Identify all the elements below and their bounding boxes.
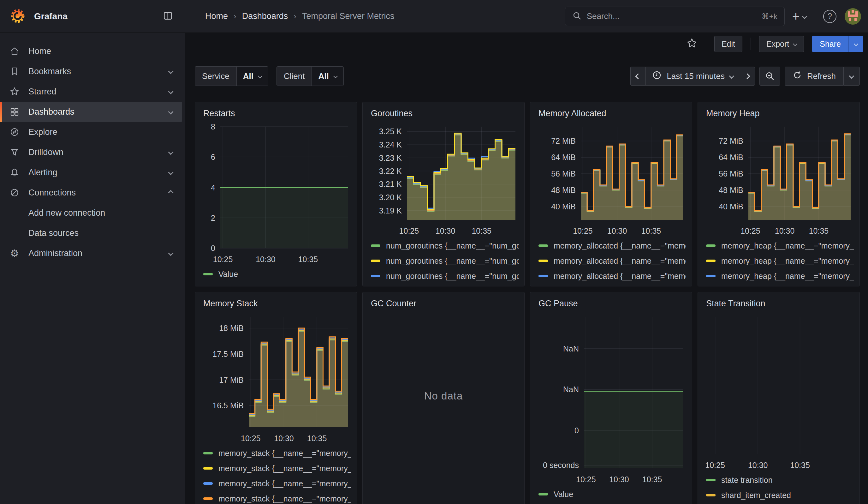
restarts-chart[interactable]: 0246810:2510:3010:35 (201, 123, 351, 267)
legend-label[interactable]: memory_allocated {__name__="memo (554, 241, 686, 250)
sidebar-item-drilldown[interactable]: Drilldown (0, 142, 182, 162)
sidebar-item-alerting[interactable]: Alerting (0, 162, 182, 183)
sidebar-item-connections[interactable]: Connections (0, 183, 182, 203)
legend-swatch (203, 273, 213, 275)
chevron-down-icon[interactable] (168, 251, 174, 256)
chevron-down-icon[interactable] (168, 89, 174, 94)
dock-sidebar-icon[interactable] (163, 10, 173, 22)
legend-label[interactable]: memory_heap {__name__="memory_h (721, 271, 854, 281)
sidebar-item-dashboards[interactable]: Dashboards (0, 102, 182, 122)
svg-text:16.5 MiB: 16.5 MiB (213, 401, 244, 410)
legend-label[interactable]: num_goroutines {__name__="num_go (386, 256, 519, 266)
goroutines-chart[interactable]: 3.19 K3.20 K3.21 K3.22 K3.23 K3.24 K3.25… (368, 123, 519, 238)
chevron-up-icon[interactable] (168, 190, 174, 195)
panel-title[interactable]: Memory Stack (201, 297, 351, 311)
client-variable-select[interactable]: All (312, 66, 343, 85)
service-variable-value: All (243, 71, 254, 81)
favorite-star-icon[interactable] (686, 38, 698, 50)
panel-title[interactable]: GC Counter (368, 297, 519, 311)
sidebar-item-label: Home (28, 47, 51, 56)
sidebar-item-administration[interactable]: ⚙ Administration (0, 243, 182, 263)
legend-label[interactable]: num_goroutines {__name__="num_go (386, 271, 519, 281)
svg-text:10:30: 10:30 (436, 226, 455, 235)
sidebar-item-home[interactable]: Home (0, 41, 182, 61)
sidebar-item-add-new-connection[interactable]: Add new connection (0, 203, 182, 223)
legend-label[interactable]: memory_stack {__name__="memory_s (218, 464, 351, 473)
memory-stack-chart[interactable]: 16.5 MiB17 MiB17.5 MiB18 MiB10:2510:3010… (201, 313, 351, 445)
legend-label[interactable]: Value (554, 490, 573, 499)
chevron-down-icon (333, 74, 338, 78)
share-dropdown-button[interactable] (848, 36, 863, 52)
panel-title[interactable]: Memory Allocated (536, 107, 686, 121)
export-button[interactable]: Export (759, 36, 804, 52)
svg-text:10:30: 10:30 (274, 434, 294, 443)
time-range-picker[interactable]: Last 15 minutes (645, 66, 740, 85)
toolbar-divider (706, 38, 706, 50)
memory-heap-chart[interactable]: 40 MiB48 MiB56 MiB64 MiB72 MiB10:2510:30… (704, 123, 854, 238)
time-shift-back-button[interactable] (630, 66, 645, 85)
svg-text:3.20 K: 3.20 K (379, 193, 402, 202)
service-variable-select[interactable]: All (237, 66, 268, 85)
help-icon[interactable]: ? (823, 10, 836, 23)
zoom-out-button[interactable] (760, 66, 780, 85)
svg-text:8: 8 (211, 123, 215, 131)
panel-title[interactable]: Goroutines (368, 107, 519, 121)
time-shift-forward-button[interactable] (740, 66, 755, 85)
gc-pause-chart[interactable]: NaNNaN00 seconds10:2510:3010:35 (536, 313, 686, 487)
legend-label[interactable]: memory_heap {__name__="memory_h (721, 241, 854, 250)
template-variables: Service All Client All (195, 66, 344, 86)
legend-label[interactable]: memory_stack {__name__="memory_s (218, 494, 351, 503)
legend-row: memory_heap {__name__="memory_h (704, 268, 854, 284)
search-input[interactable]: Search... ⌘+k (565, 7, 785, 26)
refresh-button[interactable]: Refresh (785, 66, 844, 85)
user-avatar[interactable] (845, 8, 861, 25)
svg-text:10:25: 10:25 (399, 226, 419, 235)
panel-title[interactable]: GC Pause (536, 297, 686, 311)
legend-label[interactable]: memory_stack {__name__="memory_s (218, 479, 351, 488)
svg-text:48 MiB: 48 MiB (719, 186, 743, 195)
sidebar-item-bookmarks[interactable]: Bookmarks (0, 61, 182, 81)
breadcrumb-dashboards[interactable]: Dashboards (242, 11, 288, 21)
search-icon (572, 11, 582, 22)
chevron-down-icon[interactable] (168, 109, 174, 115)
client-variable-label: Client (277, 66, 312, 85)
chevron-down-icon (729, 74, 734, 79)
legend-label[interactable]: memory_stack {__name__="memory_s (218, 449, 351, 458)
sidebar-item-data-sources[interactable]: Data sources (0, 223, 182, 243)
panel-title[interactable]: Restarts (201, 107, 351, 121)
legend-row: memory_stack {__name__="memory_s (201, 476, 351, 491)
svg-text:10:25: 10:25 (213, 255, 233, 264)
sidebar-item-label: Dashboards (28, 107, 74, 117)
svg-text:10:30: 10:30 (775, 226, 795, 235)
sidebar-item-starred[interactable]: Starred (0, 81, 182, 102)
state-transition-chart[interactable]: 10:2510:3010:35 (704, 313, 854, 472)
legend-label[interactable]: Value (218, 270, 238, 279)
compass-icon (9, 127, 20, 137)
sidebar-item-explore[interactable]: Explore (0, 122, 182, 142)
grafana-logo[interactable] (9, 8, 26, 25)
client-variable-value: All (318, 71, 329, 81)
panel-state-transition: State Transition 10:2510:3010:35 state t… (698, 292, 860, 504)
svg-text:3.22 K: 3.22 K (379, 167, 402, 176)
legend-label[interactable]: memory_heap {__name__="memory_h (721, 256, 854, 266)
add-menu-button[interactable]: + (792, 10, 806, 23)
breadcrumb-home[interactable]: Home (205, 11, 228, 21)
refresh-interval-dropdown[interactable] (844, 66, 860, 85)
panel-title[interactable]: Memory Heap (704, 107, 854, 121)
legend-label[interactable]: state transition (721, 475, 773, 485)
legend-label[interactable]: memory_allocated {__name__="memo (554, 256, 686, 266)
legend-swatch (203, 467, 213, 470)
legend-label[interactable]: memory_allocated {__name__="memo (554, 271, 686, 281)
chevron-down-icon[interactable] (168, 150, 174, 155)
share-button[interactable]: Share (812, 36, 848, 52)
legend-label[interactable]: shard_item_created (721, 491, 791, 500)
chevron-down-icon[interactable] (168, 69, 174, 74)
legend-swatch (706, 245, 715, 247)
breadcrumb-separator: › (293, 11, 296, 21)
memory-allocated-chart[interactable]: 40 MiB48 MiB56 MiB64 MiB72 MiB10:2510:30… (536, 123, 686, 238)
legend-label[interactable]: num_goroutines {__name__="num_go (386, 241, 519, 250)
chevron-down-icon[interactable] (168, 170, 174, 175)
refresh-label: Refresh (807, 71, 836, 81)
edit-button[interactable]: Edit (714, 36, 742, 52)
panel-title[interactable]: State Transition (704, 297, 854, 311)
